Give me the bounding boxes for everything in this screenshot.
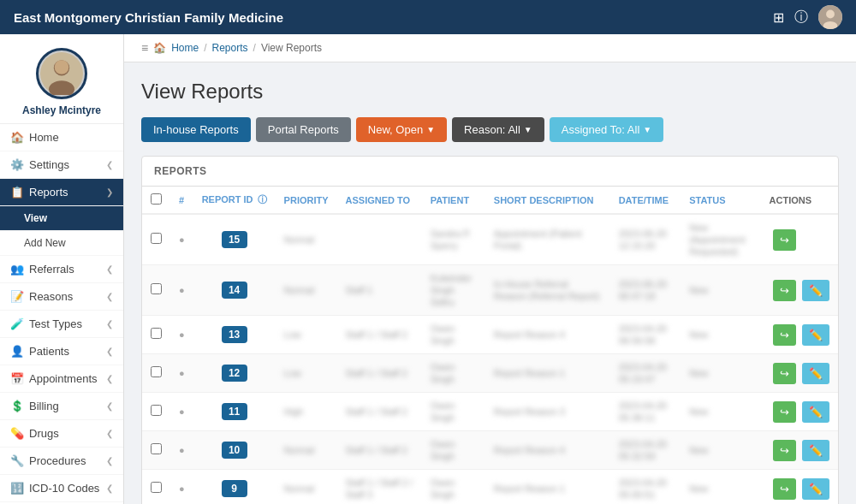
row-report-id: 12 [193,354,276,393]
forward-button[interactable]: ↪ [773,478,796,500]
col-patient[interactable]: PATIENT [422,187,485,214]
row-checkbox[interactable] [151,233,162,244]
row-actions: ↪ ✏️ [761,265,838,316]
assigned-filter-button[interactable]: Assigned To: All ▼ [550,117,663,142]
row-checkbox[interactable] [151,482,162,493]
col-datetime[interactable]: DATE/TIME [610,187,681,214]
row-checkbox-cell [142,265,170,316]
row-num: ● [170,316,193,354]
icd10-icon: 🔢 [10,482,24,495]
report-id-badge: 14 [222,282,247,299]
user-avatar[interactable] [818,5,842,29]
appointments-icon: 📅 [10,372,24,385]
info-icon: ⓘ [258,194,267,205]
row-num: ● [170,431,193,470]
sidebar-item-settings[interactable]: ⚙️Settings ❮ [0,151,123,179]
grid-icon[interactable]: ⊞ [773,9,784,26]
forward-button[interactable]: ↪ [773,440,796,461]
sidebar-item-icd10[interactable]: 🔢ICD-10 Codes ❮ [0,475,123,502]
sidebar-item-test-types[interactable]: 🧪Test Types ❮ [0,311,123,338]
forward-button[interactable]: ↪ [773,324,796,346]
col-short-desc[interactable]: SHORT DESCRIPTION [485,187,610,214]
edit-button[interactable]: ✏️ [802,440,829,461]
col-status[interactable]: STATUS [681,187,760,214]
home-icon: 🏠 [10,131,24,144]
report-id-badge: 12 [222,365,247,382]
breadcrumb-home[interactable]: Home [171,42,199,54]
sidebar-item-procedures[interactable]: 🔧Procedures ❮ [0,448,123,475]
billing-icon: 💲 [10,400,24,412]
edit-button[interactable]: ✏️ [802,363,829,384]
col-report-id[interactable]: REPORT ID ⓘ [193,187,276,214]
sidebar-item-drugs[interactable]: 💊Drugs ❮ [0,420,123,448]
row-report-id: 13 [193,316,276,354]
new-open-button[interactable]: New, Open ▼ [356,117,447,142]
row-priority: Normal [276,431,337,470]
row-num: ● [170,265,193,316]
row-patient: Owen Singh [422,393,485,431]
forward-button[interactable]: ↪ [773,401,796,423]
row-short-desc: Report Reason 1 [485,470,610,505]
row-patient: Sandra P. Sperry [422,214,485,265]
row-report-id: 11 [193,393,276,431]
edit-button[interactable]: ✏️ [802,401,829,423]
app-title: East Montgomery Christian Family Medicin… [14,10,283,25]
col-hash[interactable]: # [170,187,193,214]
report-id-badge: 11 [222,403,247,420]
row-assigned-to: Staff 1 / Staff 2 [337,316,422,354]
table-row: ● 9 Normal Staff 1 / Staff 2 / Staff 3 O… [142,470,838,505]
reports-table: # REPORT ID ⓘ PRIORITY ASSIGNED TO PATIE… [142,187,838,504]
drugs-icon: 💊 [10,427,24,440]
forward-button[interactable]: ↪ [773,363,796,384]
col-assigned-to[interactable]: ASSIGNED TO [337,187,422,214]
sidebar-item-reasons[interactable]: 📝Reasons ❮ [0,283,123,311]
edit-button[interactable]: ✏️ [802,280,829,301]
sidebar-item-billing[interactable]: 💲Billing ❮ [0,393,123,420]
sidebar-profile: Ashley Mcintyre [0,34,123,124]
row-checkbox[interactable] [151,405,162,416]
report-id-badge: 15 [222,231,247,248]
row-checkbox[interactable] [151,443,162,454]
breadcrumb-reports[interactable]: Reports [212,42,248,54]
row-actions: ↪ ✏️ [761,393,838,431]
row-datetime: 2023-04-20 05:19:47 [610,354,681,393]
reason-filter-button[interactable]: Reason: All ▼ [452,117,544,142]
row-status: New [681,470,760,505]
row-patient: Owen Singh [422,316,485,354]
sidebar-item-referrals[interactable]: 👥Referrals ❮ [0,256,123,283]
sidebar-item-reports[interactable]: 📋Reports ❯ [0,179,123,206]
row-assigned-to [337,214,422,265]
inhouse-reports-button[interactable]: In-house Reports [141,117,251,142]
row-short-desc: In-House Referral Reason (Referral Repor… [485,265,610,316]
forward-button[interactable]: ↪ [773,280,796,301]
row-checkbox[interactable] [151,366,162,377]
sidebar-item-appointments[interactable]: 📅Appointments ❮ [0,365,123,393]
sidebar-item-patients[interactable]: 👤Patients ❮ [0,338,123,365]
portal-reports-button[interactable]: Portal Reports [256,117,351,142]
sidebar-item-home[interactable]: 🏠Home [0,124,123,151]
edit-button[interactable]: ✏️ [802,478,829,500]
row-priority: Normal [276,214,337,265]
row-datetime: 2023-04-20 05:32:59 [610,431,681,470]
row-checkbox[interactable] [151,283,162,294]
row-priority: Normal [276,265,337,316]
reports-section-label: REPORTS [142,157,838,187]
sidebar-item-view[interactable]: View [0,206,123,231]
row-checkbox[interactable] [151,328,162,339]
breadcrumb-current: View Reports [261,42,322,54]
reports-icon: 📋 [10,186,24,199]
help-icon[interactable]: ⓘ [794,9,808,27]
col-priority[interactable]: PRIORITY [276,187,337,214]
row-checkbox-cell [142,393,170,431]
chevron-icon: ❮ [106,160,113,169]
row-report-id: 15 [193,214,276,265]
select-all-checkbox[interactable] [151,193,162,205]
edit-button[interactable]: ✏️ [802,324,829,346]
forward-button[interactable]: ↪ [773,229,796,251]
sidebar-item-add-new[interactable]: Add New [0,231,123,256]
row-num: ● [170,470,193,505]
avatar [36,48,87,99]
row-short-desc: Report Reason 4 [485,316,610,354]
chevron-icon: ❮ [106,347,113,356]
row-short-desc: Report Reason 1 [485,354,610,393]
